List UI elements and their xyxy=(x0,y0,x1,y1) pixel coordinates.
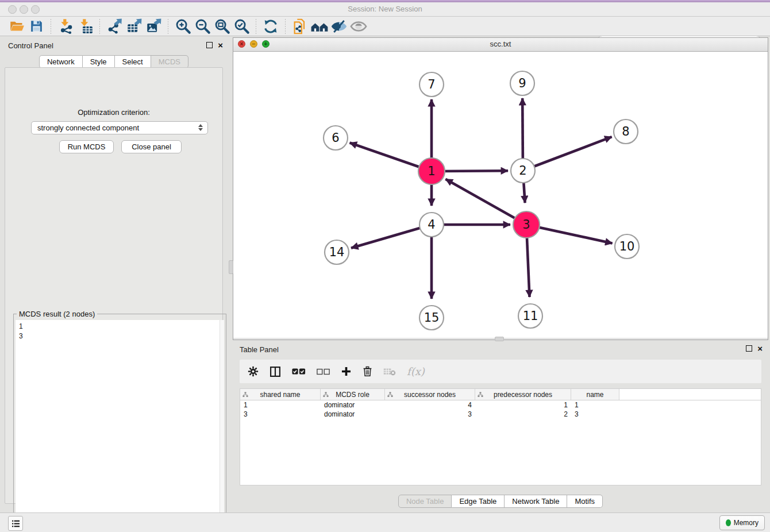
column-label: successor nodes xyxy=(404,391,456,399)
zoom-fit-icon[interactable] xyxy=(212,18,232,35)
function-fx-icon: f(x) xyxy=(407,365,425,377)
toolbar-separator xyxy=(168,19,168,34)
export-network-icon[interactable] xyxy=(105,18,124,35)
table-cell[interactable]: 1 xyxy=(571,400,619,410)
hide-eye-icon[interactable] xyxy=(329,18,349,35)
mcds-result-group: MCDS result (2 nodes) 1 3 xyxy=(13,314,226,532)
close-panel-icon[interactable]: × xyxy=(218,43,223,48)
export-table-icon[interactable] xyxy=(124,18,144,35)
tab-select[interactable]: Select xyxy=(115,55,151,68)
table-cell[interactable]: 1 xyxy=(240,400,321,410)
memory-button[interactable]: Memory xyxy=(719,515,765,530)
network-view-window: × − + scc.txt 7968124314101511 xyxy=(233,37,768,340)
tab-network-table[interactable]: Network Table xyxy=(505,495,567,508)
node-table: shared nameMCDS rolesuccessor nodesprede… xyxy=(240,388,761,485)
close-table-panel-icon[interactable]: × xyxy=(757,346,763,352)
hierarchy-icon xyxy=(242,391,248,399)
mcds-result-title: MCDS result (2 nodes) xyxy=(17,310,97,318)
table-cell[interactable]: dominator xyxy=(321,410,385,419)
table-cell[interactable]: 1 xyxy=(475,400,571,410)
mcds-result-scrollbar[interactable] xyxy=(220,320,224,530)
main-toolbar xyxy=(0,17,770,36)
table-row[interactable]: 1dominator411 xyxy=(240,400,761,410)
control-panel-title: Control Panel xyxy=(8,41,53,50)
table-cell[interactable]: 3 xyxy=(571,410,619,419)
close-panel-button[interactable]: Close panel xyxy=(121,140,182,153)
graph-node-label-10: 10 xyxy=(619,240,635,253)
table-cell[interactable]: 3 xyxy=(385,410,475,419)
split-columns-icon[interactable] xyxy=(270,366,281,377)
open-folder-icon[interactable] xyxy=(7,18,26,35)
tab-edge-table[interactable]: Edge Table xyxy=(452,495,505,508)
vertical-splitter-handle[interactable] xyxy=(229,260,233,274)
refresh-icon[interactable] xyxy=(261,18,280,35)
network-view-title: scc.txt xyxy=(233,40,768,48)
graph-edge-2-8[interactable] xyxy=(523,137,612,171)
select-stepper-icon xyxy=(198,124,203,131)
horizontal-splitter-handle[interactable] xyxy=(495,337,504,341)
column-header-successor-nodes[interactable]: successor nodes xyxy=(385,389,475,400)
graph-node-label-6: 6 xyxy=(332,131,339,145)
unchecked-boxes-icon[interactable] xyxy=(317,368,330,375)
import-network-icon[interactable] xyxy=(56,18,75,35)
task-list-icon xyxy=(11,520,20,527)
graph-node-label-3: 3 xyxy=(522,218,530,232)
control-panel: Control Panel × NetworkStyleSelectMCDS O… xyxy=(0,37,228,506)
table-row[interactable]: 3dominator323 xyxy=(240,410,761,419)
gear-icon[interactable] xyxy=(248,366,259,377)
show-eye-icon[interactable] xyxy=(349,18,368,35)
tab-style[interactable]: Style xyxy=(83,55,115,68)
hierarchy-icon xyxy=(478,391,483,399)
mcds-result-text[interactable]: 1 3 xyxy=(16,320,220,530)
run-mcds-button[interactable]: Run MCDS xyxy=(59,140,114,153)
table-cell[interactable]: 4 xyxy=(385,400,475,410)
network-canvas-svg[interactable]: 7968124314101511 xyxy=(233,51,768,338)
graph-node-label-14: 14 xyxy=(329,245,345,259)
checked-boxes-icon[interactable] xyxy=(292,368,306,375)
save-icon[interactable] xyxy=(26,18,46,35)
table-panel-tabs: Node TableEdge TableNetwork TableMotifs xyxy=(233,495,768,508)
float-table-panel-icon[interactable] xyxy=(746,345,752,352)
status-bar: Memory xyxy=(0,512,770,532)
table-toolbar: f(x) xyxy=(240,360,761,383)
graph-node-label-7: 7 xyxy=(428,78,435,91)
column-header-name[interactable]: name xyxy=(571,389,619,400)
column-label: name xyxy=(586,391,603,399)
toolbar-separator xyxy=(99,19,100,34)
import-table-icon[interactable] xyxy=(75,18,95,35)
column-header-predecessor-nodes[interactable]: predecessor nodes xyxy=(475,389,571,400)
tab-network[interactable]: Network xyxy=(39,55,83,68)
column-label: predecessor nodes xyxy=(494,391,552,399)
network-window-titlebar[interactable]: × − + scc.txt xyxy=(233,38,768,52)
app-titlebar: Session: New Session xyxy=(0,2,770,17)
add-column-icon[interactable] xyxy=(341,366,352,377)
task-history-button[interactable] xyxy=(8,516,23,531)
zoom-in-icon[interactable] xyxy=(173,18,192,35)
zoom-out-icon[interactable] xyxy=(192,18,212,35)
tab-motifs[interactable]: Motifs xyxy=(567,495,603,508)
houses-icon[interactable] xyxy=(310,18,329,35)
graph-node-label-1: 1 xyxy=(428,164,435,178)
delete-table-icon[interactable] xyxy=(383,367,396,376)
toolbar-separator xyxy=(51,19,51,34)
zoom-selected-icon[interactable] xyxy=(232,18,251,35)
optimization-criterion-select[interactable]: strongly connected component xyxy=(31,121,208,134)
graph-edge-3-1[interactable] xyxy=(445,179,526,225)
tab-node-table[interactable]: Node Table xyxy=(398,495,452,508)
tab-mcds[interactable]: MCDS xyxy=(151,55,188,68)
mcds-panel: Optimization criterion: strongly connect… xyxy=(5,67,223,504)
trash-icon[interactable] xyxy=(363,366,372,377)
table-panel-title: Table Panel xyxy=(240,345,279,354)
table-cell[interactable]: 2 xyxy=(475,410,571,419)
column-header-MCDS-role[interactable]: MCDS role xyxy=(321,389,385,400)
table-cell[interactable]: 3 xyxy=(240,410,321,419)
float-panel-icon[interactable] xyxy=(206,42,213,48)
table-cell[interactable]: dominator xyxy=(321,400,385,410)
export-image-icon[interactable] xyxy=(144,18,163,35)
node-table-body: 1dominator4113dominator323 xyxy=(240,400,761,419)
network-document-icon[interactable] xyxy=(290,18,310,35)
graph-node-label-2: 2 xyxy=(519,164,526,178)
hierarchy-icon xyxy=(387,391,393,399)
column-header-shared-name[interactable]: shared name xyxy=(240,389,321,400)
table-panel: Table Panel × f(x) shared nameMCDS roles… xyxy=(233,342,768,510)
